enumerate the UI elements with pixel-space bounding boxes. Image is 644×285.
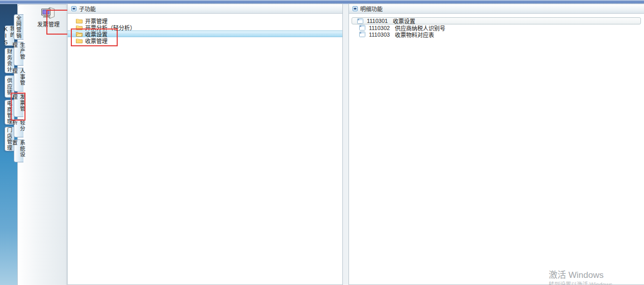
module-item-label: 发票管理: [37, 20, 60, 28]
watermark-line2: 转到设置以激活 Windows。: [549, 281, 618, 285]
panel-collapse-icon[interactable]: [353, 6, 358, 11]
sidebar-tab-marketing[interactable]: 全网营销: [14, 14, 23, 40]
detail-item-label: 收票物料对应表: [395, 31, 434, 39]
subfunction-panel-title: 子功能: [79, 5, 96, 13]
sidebar-tab-analysis[interactable]: 轻分析: [14, 119, 23, 137]
subfunction-tree: 开票管理 开票分析（轻分析） 收票设置: [68, 14, 342, 44]
folder-closed-icon: [76, 18, 83, 23]
subfunction-panel: 子功能 开票管理 开票分析（轻分析）: [67, 4, 343, 285]
invoice-module-icon: [40, 7, 57, 19]
detail-item-material-mapping[interactable]: 1110303 收票物料对应表: [352, 31, 641, 38]
detail-item-code: 1110302: [369, 25, 391, 31]
detail-list: 1110301 收票设置 1110302 供应商纳税人识别号 1110303: [349, 14, 644, 38]
detail-item-code: 1110301: [367, 18, 389, 24]
folder-closed-icon: [76, 24, 83, 30]
detail-panel-title: 明细功能: [360, 5, 383, 13]
watermark-line1: 激活 Windows: [549, 270, 618, 280]
detail-panel: 明细功能 1110301 收票设置 1110302 供应商纳税人识别号: [348, 4, 644, 285]
sidebar-tab-settings[interactable]: 系统设置: [14, 139, 23, 162]
form-icon: [357, 18, 363, 24]
tree-item-receipt-settings[interactable]: 收票设置: [68, 31, 342, 37]
subfunction-panel-header: 子功能: [68, 4, 342, 14]
detail-item-code: 1110303: [369, 32, 391, 38]
module-item-invoice[interactable]: 发票管理: [31, 7, 66, 28]
sidebar-tab-invoice[interactable]: 发票管理: [14, 94, 23, 117]
panel-collapse-icon[interactable]: [71, 6, 76, 11]
app-window: 发票管理 我的KIS 财务会计 供应链 电商管理 门店管理 全网营销 生产管理 …: [0, 0, 644, 285]
detail-panel-header: 明细功能: [349, 4, 644, 14]
sidebar-tab-hr[interactable]: 人事管理: [14, 68, 23, 92]
sidebar-inner-tabs: 全网营销 生产管理 人事管理 发票管理 轻分析 系统设置: [14, 14, 23, 164]
folder-closed-icon: [76, 38, 83, 43]
tree-item-invoicing-analysis[interactable]: 开票分析（轻分析）: [68, 24, 342, 31]
form-icon: [359, 32, 365, 37]
folder-open-icon: [76, 31, 83, 37]
windows-activation-watermark: 激活 Windows 转到设置以激活 Windows。: [549, 270, 618, 285]
form-icon: [359, 25, 365, 31]
tree-item-receipt-mgmt[interactable]: 收票管理: [68, 37, 342, 44]
sidebar-tab-production[interactable]: 生产管理: [14, 42, 23, 66]
tree-item-label: 收票管理: [85, 37, 108, 45]
